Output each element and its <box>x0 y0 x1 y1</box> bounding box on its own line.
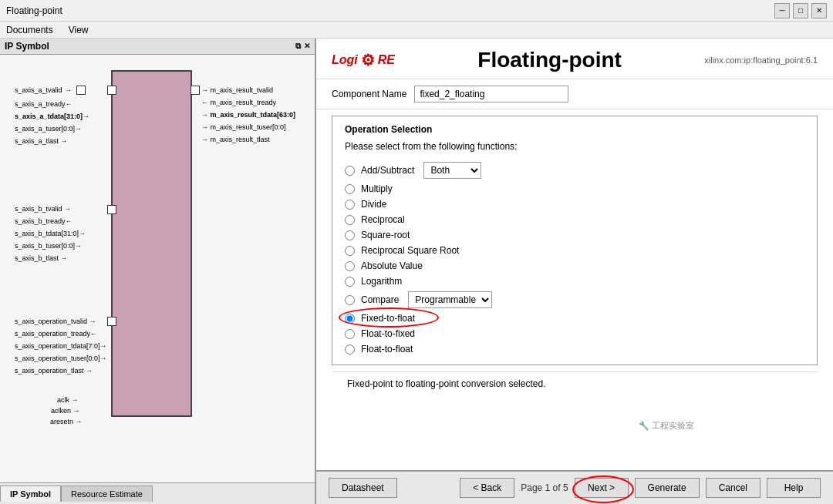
radio-square-root-input[interactable] <box>345 230 355 240</box>
radio-compare-input[interactable] <box>345 295 355 305</box>
left-panel-header-icons: ⧉ ✕ <box>295 42 310 51</box>
page-indicator: Page 1 of 5 <box>521 482 568 493</box>
port-a-tuser: s_axis_a_tuser[0:0]→ <box>15 123 82 133</box>
radio-float-to-float-label[interactable]: Float-to-float <box>361 344 413 354</box>
port-a-tlast: s_axis_a_tlast → <box>15 135 68 146</box>
close-button[interactable]: ✕ <box>811 3 827 18</box>
radio-reciprocal-sq-label[interactable]: Reciprocal Square Root <box>361 245 459 256</box>
port-b-tuser: s_axis_b_tuser[0:0]→ <box>15 240 82 250</box>
datasheet-button[interactable]: Datasheet <box>329 478 397 498</box>
logo-re-text: RE <box>378 53 395 67</box>
symbol-diagram: s_axis_a_tvalid → s_axis_a_tready← s_axi… <box>15 62 300 440</box>
cancel-button[interactable]: Cancel <box>706 478 760 498</box>
radio-add-subtract-input[interactable] <box>345 166 355 176</box>
component-row: Component Name <box>316 79 833 109</box>
port-box-b <box>107 205 116 214</box>
radio-compare-label[interactable]: Compare <box>361 294 399 305</box>
radio-reciprocal: Reciprocal <box>345 212 804 227</box>
radio-add-subtract: Add/Subtract Both Add Subtract <box>345 160 804 181</box>
radio-multiply-label[interactable]: Multiply <box>361 183 393 194</box>
port-b-tvalid: s_axis_b_tvalid → <box>15 203 71 213</box>
right-header: Logi ⚙ RE Floating-point xilinx.com:ip:f… <box>316 39 833 79</box>
port-a-tvalid: s_axis_a_tvalid → <box>15 84 72 95</box>
right-button-group: < Back Page 1 of 5 Next > Generate Cance… <box>460 478 821 498</box>
port-op-tlast: s_axis_operation_tlast → <box>15 365 93 375</box>
radio-square-root-label[interactable]: Square-root <box>361 230 410 240</box>
port-op-tdata: s_axis_operation_tdata[7:0]→ <box>15 340 107 351</box>
logo-gear-icon: ⚙ <box>361 51 375 69</box>
port-box-a-top <box>107 86 116 95</box>
radio-add-subtract-label[interactable]: Add/Subtract <box>361 165 414 176</box>
left-panel-title: IP Symbol <box>5 41 49 52</box>
tab-resource-estimate[interactable]: Resource Estimate <box>61 486 153 502</box>
radio-reciprocal-sq: Reciprocal Square Root <box>345 243 804 258</box>
close-panel-icon[interactable]: ✕ <box>304 42 310 51</box>
floating-point-title: Floating-point <box>395 48 704 72</box>
restore-icon[interactable]: ⧉ <box>295 42 301 51</box>
generate-button[interactable]: Generate <box>635 478 700 498</box>
radio-fixed-to-float-input[interactable] <box>345 314 355 324</box>
radio-compare: Compare Programmable Less Than Greater T… <box>345 289 804 311</box>
radio-absolute-value-input[interactable] <box>345 261 355 271</box>
menu-view[interactable]: View <box>66 23 92 37</box>
menu-documents[interactable]: Documents <box>3 23 56 37</box>
component-label: Component Name <box>332 89 406 99</box>
tab-ip-symbol[interactable]: IP Symbol <box>0 486 61 502</box>
compare-dropdown[interactable]: Programmable Less Than Greater Than Equa… <box>408 291 492 308</box>
port-aclk: aclk → <box>57 394 79 405</box>
port-result-tdata: → m_axis_result_tdata[63:0] <box>201 109 295 119</box>
left-button-group: Datasheet <box>329 478 397 498</box>
tab-resource-label: Resource Estimate <box>71 489 143 499</box>
minimize-button[interactable]: ─ <box>774 3 790 18</box>
port-b-tlast: s_axis_b_tlast → <box>15 252 68 263</box>
title-bar: Floating-point ─ □ ✕ <box>0 0 833 22</box>
button-bar: Datasheet < Back Page 1 of 5 Next > Gene… <box>316 470 833 504</box>
radio-reciprocal-label[interactable]: Reciprocal <box>361 214 405 225</box>
main-layout: IP Symbol ⧉ ✕ s_axis_a_tvalid → <box>0 39 833 504</box>
radio-absolute-value-label[interactable]: Absolute Value <box>361 260 423 271</box>
right-panel: Logi ⚙ RE Floating-point xilinx.com:ip:f… <box>316 39 833 504</box>
add-subtract-dropdown[interactable]: Both Add Subtract <box>423 162 481 179</box>
radio-multiply-input[interactable] <box>345 184 355 194</box>
status-text: Fixed-point to floating-point conversion… <box>332 371 818 395</box>
radio-divide-input[interactable] <box>345 200 355 210</box>
next-button-wrapper: Next > <box>575 478 629 498</box>
port-op-tuser: s_axis_operation_tuser[0:0]→ <box>15 352 107 363</box>
port-aclken: aclken → <box>51 405 80 415</box>
window-title: Floating-point <box>6 5 62 16</box>
help-button[interactable]: Help <box>767 478 821 498</box>
back-button[interactable]: < Back <box>460 478 514 498</box>
port-box-result-top <box>191 86 200 95</box>
port-a-tready: s_axis_a_tready← <box>15 98 73 109</box>
radio-float-to-fixed: Float-to-fixed <box>345 326 804 341</box>
radio-reciprocal-sq-input[interactable] <box>345 246 355 256</box>
radio-reciprocal-input[interactable] <box>345 215 355 225</box>
radio-logarithm-input[interactable] <box>345 277 355 287</box>
logicore-logo: Logi ⚙ RE <box>332 51 395 69</box>
radio-float-to-fixed-input[interactable] <box>345 329 355 339</box>
radio-divide-label[interactable]: Divide <box>361 199 386 210</box>
next-button[interactable]: Next > <box>575 478 629 498</box>
port-a-tdata: s_axis_a_tdata[31:0]→ <box>15 110 89 121</box>
left-panel: IP Symbol ⧉ ✕ s_axis_a_tvalid → <box>0 39 316 504</box>
radio-fixed-to-float-row: Fixed-to-float <box>345 311 804 326</box>
port-result-tready: ← m_axis_result_tready <box>201 96 276 107</box>
maximize-button[interactable]: □ <box>793 3 808 18</box>
port-result-tuser: → m_axis_result_tuser[0:0] <box>201 121 286 132</box>
radio-float-to-float-input[interactable] <box>345 344 355 354</box>
radio-float-to-float: Float-to-float <box>345 341 804 357</box>
left-panel-header: IP Symbol ⧉ ✕ <box>0 39 315 55</box>
component-name-input[interactable] <box>414 86 568 102</box>
title-bar-controls[interactable]: ─ □ ✕ <box>774 3 827 18</box>
section-title: Operation Selection <box>345 124 804 135</box>
radio-logarithm-label[interactable]: Logarithm <box>361 276 402 287</box>
left-panel-content: s_axis_a_tvalid → s_axis_a_tready← s_axi… <box>0 55 315 482</box>
operation-section: Operation Selection Please select from t… <box>316 109 833 470</box>
version-text: xilinx.com:ip:floating_point:6.1 <box>704 55 818 65</box>
port-result-tvalid: → m_axis_result_tvalid <box>201 84 273 95</box>
radio-multiply: Multiply <box>345 181 804 197</box>
radio-float-to-fixed-label[interactable]: Float-to-fixed <box>361 328 415 339</box>
radio-fixed-to-float-label[interactable]: Fixed-to-float <box>361 313 415 324</box>
menu-bar: Documents View <box>0 22 833 39</box>
title-bar-left: Floating-point <box>6 5 62 16</box>
